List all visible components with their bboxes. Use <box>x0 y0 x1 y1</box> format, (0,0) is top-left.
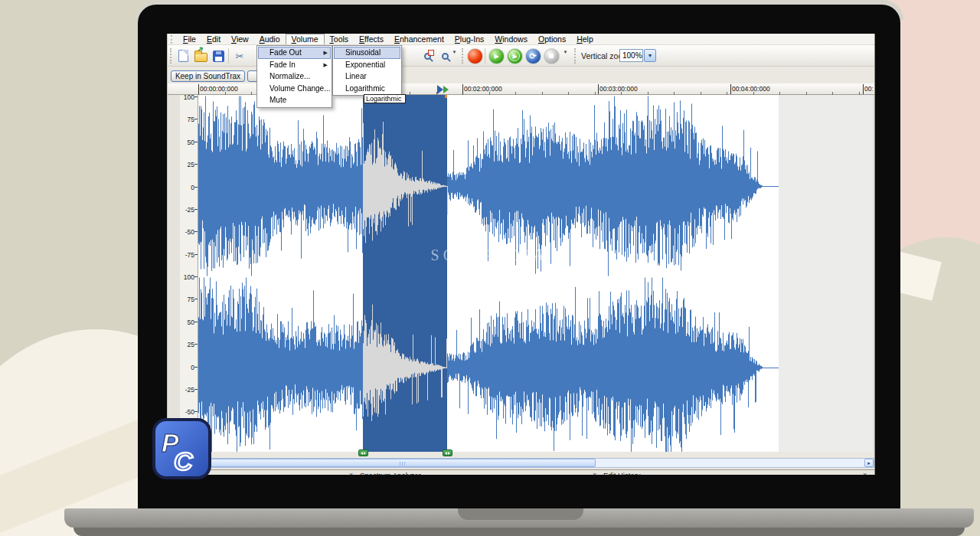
toolbar-grip <box>462 48 464 64</box>
ruler-major-tick <box>198 84 199 94</box>
toolbar-overflow-button[interactable]: ▼ <box>561 51 570 54</box>
menu-audio[interactable]: Audio <box>254 34 286 44</box>
menu-enhancement[interactable]: Enhancement <box>389 34 449 44</box>
zoom-selection-button[interactable] <box>419 47 436 64</box>
stop-button[interactable] <box>543 47 560 64</box>
chevron-down-icon: ▼ <box>450 51 459 54</box>
audio-editor-window: File Edit View Audio Volume Tools Effect… <box>167 34 875 475</box>
amplitude-tick <box>194 187 198 188</box>
waveform-view[interactable] <box>198 95 779 452</box>
panel-title-edit-history[interactable]: Edit History <box>603 471 641 475</box>
menu-item-label: Exponential <box>345 60 385 69</box>
menu-options[interactable]: Options <box>533 34 571 44</box>
submenu-arrow-icon: ▶ <box>324 47 328 59</box>
menu-item-label: Normalize... <box>270 72 310 80</box>
scroll-right-button[interactable]: ▸ <box>864 459 874 467</box>
menu-item-label: Linear <box>345 72 367 80</box>
play-glyph: ▶ <box>511 53 517 60</box>
chevron-down-icon: ▼ <box>561 51 570 54</box>
left-arrow-icon <box>361 452 363 455</box>
laptop-base-bottom <box>74 528 965 536</box>
menu-edit[interactable]: Edit <box>201 34 226 44</box>
menu-view[interactable]: View <box>226 34 254 44</box>
menu-volume[interactable]: Volume <box>286 34 325 44</box>
ruler-time-label: 00:00:00:000 <box>200 85 238 93</box>
amplitude-label: -25 <box>185 386 194 394</box>
stereo-waveform-canvas[interactable] <box>198 95 779 452</box>
amplitude-label: 75 <box>188 296 194 303</box>
playhead-green-triangle <box>443 86 449 93</box>
vertical-zoom-value[interactable]: 100% <box>619 49 643 62</box>
menu-item-normalize[interactable]: Normalize... <box>258 70 331 83</box>
horizontal-scrollbar[interactable]: ◂ ▸ <box>198 458 874 468</box>
vertical-zoom-combobox[interactable]: 100% ▼ <box>619 49 656 62</box>
new-file-icon <box>178 50 188 62</box>
panel-title-spectrum-analyzer[interactable]: Spectrum Analyzer <box>360 471 421 475</box>
toolbar-separator <box>485 48 485 64</box>
selection-end-handle[interactable] <box>443 449 452 456</box>
menu-item-exponential[interactable]: Exponential <box>334 59 400 71</box>
amplitude-label: 100 <box>184 93 194 101</box>
amplitude-tick <box>194 411 198 412</box>
menu-help[interactable]: Help <box>571 34 599 44</box>
menu-item-fade-in[interactable]: Fade In▶ <box>258 59 331 71</box>
play-button[interactable]: ▶ <box>488 47 505 64</box>
open-file-button[interactable] <box>192 47 209 64</box>
menu-file[interactable]: File <box>178 34 201 44</box>
close-icon[interactable]: × <box>593 471 596 475</box>
right-arrow-icon <box>448 452 450 455</box>
stop-icon <box>544 48 560 64</box>
menu-effects[interactable]: Effects <box>354 34 389 44</box>
toolbar-overflow-button[interactable]: ▼ <box>450 51 459 54</box>
loop-playback-button[interactable]: ⟳ <box>524 47 541 64</box>
record-button[interactable] <box>466 47 483 64</box>
menu-item-mute[interactable]: Mute <box>258 94 331 106</box>
menu-item-sinusoidal[interactable]: Sinusoidal <box>334 47 400 59</box>
menu-item-volume-change[interactable]: Volume Change... <box>258 83 331 95</box>
menu-item-logarithmic[interactable]: Logarithmic <box>334 83 400 95</box>
new-file-button[interactable] <box>175 47 191 64</box>
amplitude-tick <box>194 276 198 277</box>
amplitude-tick <box>194 119 198 119</box>
play-all-button[interactable]: ▶ <box>506 47 523 64</box>
play-all-icon: ▶ <box>507 48 523 64</box>
amplitude-label: 25 <box>188 161 194 168</box>
menu-item-linear[interactable]: Linear <box>334 70 400 83</box>
amplitude-tick <box>194 164 198 165</box>
menu-tools[interactable]: Tools <box>325 34 354 44</box>
menu-item-fade-out[interactable]: Fade Out▶ <box>258 47 331 59</box>
scrollbar-thumb[interactable] <box>209 459 596 467</box>
toolbar-grip <box>170 48 172 64</box>
keep-in-soundtrax-button[interactable]: Keep in SoundTrax <box>171 70 245 82</box>
amplitude-label: 0 <box>191 364 194 371</box>
amplitude-tick <box>194 299 198 299</box>
menu-windows[interactable]: Windows <box>489 34 533 44</box>
amplitude-tick <box>194 142 198 142</box>
volume-menu: Fade Out▶ Fade In▶ Normalize... Volume C… <box>256 45 332 108</box>
amplitude-tick <box>194 209 198 210</box>
menu-plugins[interactable]: Plug-Ins <box>449 34 490 44</box>
amplitude-label: -50 <box>185 228 194 236</box>
cut-button[interactable]: ✂ <box>231 47 248 64</box>
ruler-major-tick <box>863 84 864 94</box>
svg-text:C: C <box>174 446 193 476</box>
play-glyph: ▶ <box>493 53 498 60</box>
ruler-time-label: 00:04:00:000 <box>732 85 770 93</box>
amplitude-label: 50 <box>188 139 194 146</box>
menu-item-label: Fade In <box>270 60 296 69</box>
close-icon[interactable]: × <box>863 471 867 475</box>
amplitude-tick <box>194 254 198 255</box>
toolbar-grip <box>574 48 577 64</box>
empty-track-area <box>779 95 873 452</box>
close-icon[interactable]: × <box>349 471 353 475</box>
save-button[interactable] <box>210 47 227 64</box>
ruler-major-tick <box>598 84 599 94</box>
toolbar-separator <box>228 48 229 64</box>
amplitude-label: 0 <box>191 184 194 191</box>
toolbar-grip <box>171 35 174 44</box>
right-arrow-icon <box>364 452 366 455</box>
combobox-dropdown-button[interactable]: ▼ <box>644 49 656 62</box>
playhead-marker[interactable] <box>437 85 449 94</box>
amplitude-label: -25 <box>185 206 194 214</box>
selection-start-handle[interactable] <box>358 449 368 456</box>
